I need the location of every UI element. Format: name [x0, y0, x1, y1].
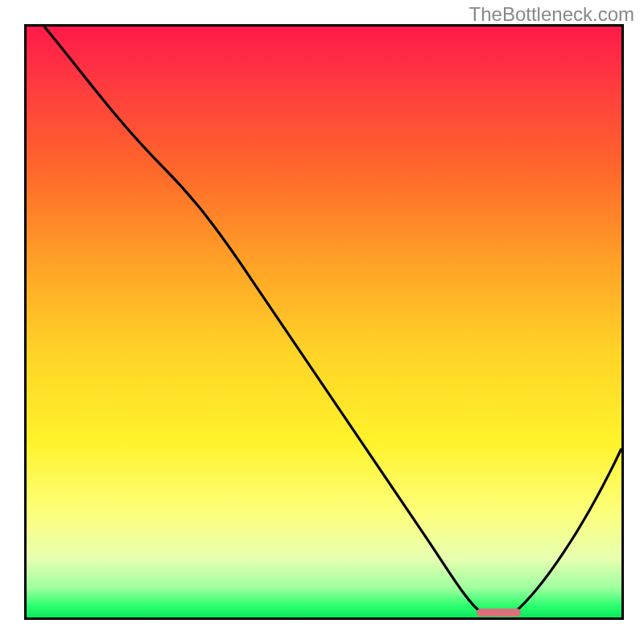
chart-container: TheBottleneck.com [0, 0, 644, 644]
optimal-range-marker [477, 609, 522, 617]
curve-svg [27, 27, 621, 617]
bottleneck-curve [44, 27, 621, 612]
plot-area [24, 24, 624, 620]
watermark-text: TheBottleneck.com [469, 3, 634, 26]
